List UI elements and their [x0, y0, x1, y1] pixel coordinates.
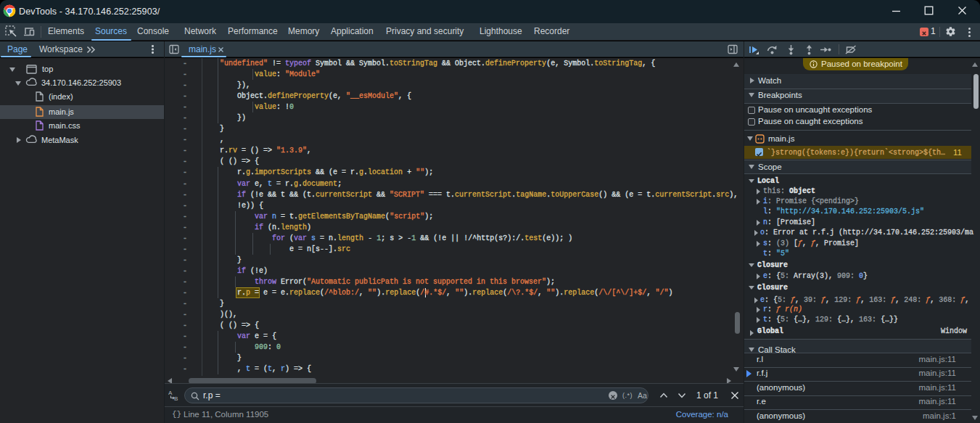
- svg-text:A: A: [168, 390, 173, 396]
- svg-text:B: B: [174, 395, 178, 401]
